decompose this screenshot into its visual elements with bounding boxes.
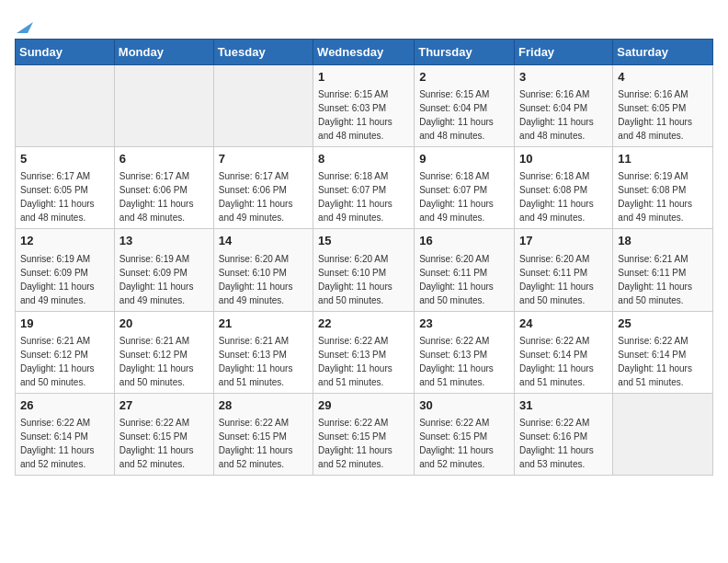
day-number: 21 [219, 316, 308, 332]
day-number: 10 [519, 151, 608, 167]
day-number: 8 [318, 151, 409, 167]
calendar-cell: 31Sunrise: 6:22 AMSunset: 6:16 PMDayligh… [515, 393, 613, 475]
day-info: Sunrise: 6:22 AMSunset: 6:15 PMDaylight:… [318, 416, 409, 471]
calendar-body: 1Sunrise: 6:15 AMSunset: 6:03 PMDaylight… [16, 65, 713, 476]
day-number: 18 [618, 233, 708, 249]
day-info: Sunrise: 6:19 AMSunset: 6:09 PMDaylight:… [20, 252, 109, 307]
logo [15, 15, 33, 28]
calendar-cell: 5Sunrise: 6:17 AMSunset: 6:05 PMDaylight… [16, 147, 115, 229]
day-info: Sunrise: 6:20 AMSunset: 6:11 PMDaylight:… [419, 252, 509, 307]
calendar-cell: 25Sunrise: 6:22 AMSunset: 6:14 PMDayligh… [613, 311, 713, 393]
day-info: Sunrise: 6:19 AMSunset: 6:09 PMDaylight:… [119, 252, 209, 307]
calendar-cell [114, 65, 213, 147]
weekday-header: Thursday [415, 40, 515, 65]
day-info: Sunrise: 6:22 AMSunset: 6:13 PMDaylight:… [419, 334, 509, 389]
day-info: Sunrise: 6:22 AMSunset: 6:14 PMDaylight:… [618, 334, 708, 389]
day-info: Sunrise: 6:17 AMSunset: 6:06 PMDaylight:… [219, 169, 308, 224]
calendar-cell: 4Sunrise: 6:16 AMSunset: 6:05 PMDaylight… [613, 65, 713, 147]
calendar-cell: 20Sunrise: 6:21 AMSunset: 6:12 PMDayligh… [114, 311, 213, 393]
calendar-week-row: 26Sunrise: 6:22 AMSunset: 6:14 PMDayligh… [16, 393, 713, 475]
calendar-cell: 7Sunrise: 6:17 AMSunset: 6:06 PMDaylight… [213, 147, 313, 229]
day-number: 24 [519, 316, 608, 332]
day-number: 5 [20, 151, 109, 167]
weekday-header: Monday [114, 40, 213, 65]
day-number: 26 [20, 397, 109, 414]
calendar-cell [16, 65, 115, 147]
day-number: 12 [20, 233, 109, 249]
calendar-cell: 14Sunrise: 6:20 AMSunset: 6:10 PMDayligh… [213, 229, 313, 311]
day-info: Sunrise: 6:20 AMSunset: 6:10 PMDaylight:… [318, 252, 409, 307]
day-number: 16 [419, 233, 509, 249]
day-info: Sunrise: 6:22 AMSunset: 6:14 PMDaylight:… [20, 416, 109, 471]
calendar-week-row: 19Sunrise: 6:21 AMSunset: 6:12 PMDayligh… [16, 311, 713, 393]
calendar-cell: 18Sunrise: 6:21 AMSunset: 6:11 PMDayligh… [613, 229, 713, 311]
day-number: 27 [119, 397, 209, 414]
calendar-week-row: 5Sunrise: 6:17 AMSunset: 6:05 PMDaylight… [16, 147, 713, 229]
weekday-header: Tuesday [213, 40, 313, 65]
svg-marker-0 [17, 22, 33, 33]
calendar-cell: 28Sunrise: 6:22 AMSunset: 6:15 PMDayligh… [213, 393, 313, 475]
day-info: Sunrise: 6:21 AMSunset: 6:11 PMDaylight:… [618, 252, 708, 307]
day-info: Sunrise: 6:18 AMSunset: 6:08 PMDaylight:… [519, 169, 608, 224]
day-info: Sunrise: 6:22 AMSunset: 6:15 PMDaylight:… [419, 416, 509, 471]
day-info: Sunrise: 6:22 AMSunset: 6:13 PMDaylight:… [318, 334, 409, 389]
calendar-cell [213, 65, 313, 147]
weekday-header: Sunday [16, 40, 115, 65]
day-info: Sunrise: 6:17 AMSunset: 6:05 PMDaylight:… [20, 169, 109, 224]
day-info: Sunrise: 6:21 AMSunset: 6:12 PMDaylight:… [119, 334, 209, 389]
calendar-cell: 10Sunrise: 6:18 AMSunset: 6:08 PMDayligh… [515, 147, 613, 229]
calendar-table: SundayMondayTuesdayWednesdayThursdayFrid… [15, 39, 713, 476]
day-number: 6 [119, 151, 209, 167]
day-number: 20 [119, 316, 209, 332]
day-number: 4 [618, 69, 708, 86]
day-info: Sunrise: 6:17 AMSunset: 6:06 PMDaylight:… [119, 169, 209, 224]
calendar-cell [613, 393, 713, 475]
calendar-cell: 30Sunrise: 6:22 AMSunset: 6:15 PMDayligh… [415, 393, 515, 475]
day-number: 17 [519, 233, 608, 249]
day-info: Sunrise: 6:21 AMSunset: 6:12 PMDaylight:… [20, 334, 109, 389]
calendar-cell: 8Sunrise: 6:18 AMSunset: 6:07 PMDaylight… [313, 147, 415, 229]
day-number: 1 [318, 69, 409, 86]
day-number: 15 [318, 233, 409, 249]
calendar-cell: 19Sunrise: 6:21 AMSunset: 6:12 PMDayligh… [16, 311, 115, 393]
calendar-cell: 11Sunrise: 6:19 AMSunset: 6:08 PMDayligh… [613, 147, 713, 229]
calendar-cell: 29Sunrise: 6:22 AMSunset: 6:15 PMDayligh… [313, 393, 415, 475]
day-info: Sunrise: 6:20 AMSunset: 6:10 PMDaylight:… [219, 252, 308, 307]
day-info: Sunrise: 6:18 AMSunset: 6:07 PMDaylight:… [318, 169, 409, 224]
logo-bird-icon [17, 15, 33, 33]
weekday-header: Saturday [613, 40, 713, 65]
weekday-header: Wednesday [313, 40, 415, 65]
calendar-cell: 9Sunrise: 6:18 AMSunset: 6:07 PMDaylight… [415, 147, 515, 229]
day-number: 13 [119, 233, 209, 249]
day-info: Sunrise: 6:21 AMSunset: 6:13 PMDaylight:… [219, 334, 308, 389]
day-info: Sunrise: 6:19 AMSunset: 6:08 PMDaylight:… [618, 169, 708, 224]
day-number: 3 [519, 69, 608, 86]
calendar-cell: 6Sunrise: 6:17 AMSunset: 6:06 PMDaylight… [114, 147, 213, 229]
page-header [15, 15, 713, 28]
day-number: 7 [219, 151, 308, 167]
day-number: 30 [419, 397, 509, 414]
day-number: 23 [419, 316, 509, 332]
day-info: Sunrise: 6:16 AMSunset: 6:04 PMDaylight:… [519, 87, 608, 143]
calendar-cell: 22Sunrise: 6:22 AMSunset: 6:13 PMDayligh… [313, 311, 415, 393]
calendar-week-row: 1Sunrise: 6:15 AMSunset: 6:03 PMDaylight… [16, 65, 713, 147]
calendar-cell: 3Sunrise: 6:16 AMSunset: 6:04 PMDaylight… [515, 65, 613, 147]
weekday-header: Friday [515, 40, 613, 65]
day-info: Sunrise: 6:20 AMSunset: 6:11 PMDaylight:… [519, 252, 608, 307]
day-number: 14 [219, 233, 308, 249]
day-info: Sunrise: 6:22 AMSunset: 6:15 PMDaylight:… [119, 416, 209, 471]
calendar-cell: 23Sunrise: 6:22 AMSunset: 6:13 PMDayligh… [415, 311, 515, 393]
calendar-cell: 17Sunrise: 6:20 AMSunset: 6:11 PMDayligh… [515, 229, 613, 311]
day-info: Sunrise: 6:22 AMSunset: 6:15 PMDaylight:… [219, 416, 308, 471]
day-info: Sunrise: 6:22 AMSunset: 6:14 PMDaylight:… [519, 334, 608, 389]
day-info: Sunrise: 6:15 AMSunset: 6:04 PMDaylight:… [419, 87, 509, 143]
day-number: 22 [318, 316, 409, 332]
calendar-cell: 24Sunrise: 6:22 AMSunset: 6:14 PMDayligh… [515, 311, 613, 393]
calendar-week-row: 12Sunrise: 6:19 AMSunset: 6:09 PMDayligh… [16, 229, 713, 311]
day-info: Sunrise: 6:18 AMSunset: 6:07 PMDaylight:… [419, 169, 509, 224]
day-info: Sunrise: 6:16 AMSunset: 6:05 PMDaylight:… [618, 87, 708, 143]
calendar-cell: 15Sunrise: 6:20 AMSunset: 6:10 PMDayligh… [313, 229, 415, 311]
day-number: 28 [219, 397, 308, 414]
day-number: 19 [20, 316, 109, 332]
calendar-cell: 21Sunrise: 6:21 AMSunset: 6:13 PMDayligh… [213, 311, 313, 393]
